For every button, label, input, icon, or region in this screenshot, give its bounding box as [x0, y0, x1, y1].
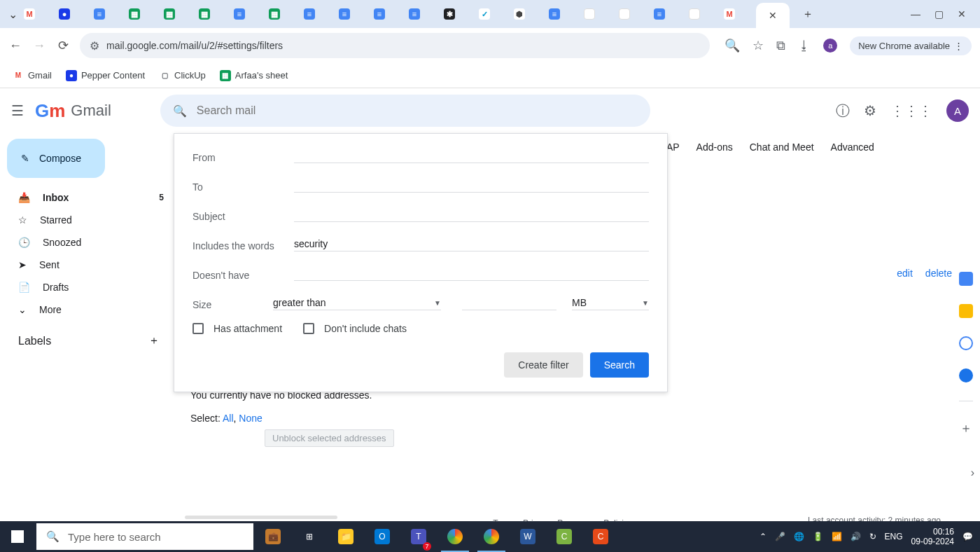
tray-globe-icon[interactable]: 🌐: [794, 532, 804, 541]
browser-tab[interactable]: M: [721, 3, 755, 25]
browser-tab[interactable]: [581, 3, 615, 25]
browser-tab[interactable]: ▦: [126, 3, 160, 25]
expand-panel-icon[interactable]: ›: [971, 467, 974, 479]
tabs-dropdown-icon[interactable]: ⌄: [6, 8, 20, 21]
url-input[interactable]: ⚙ mail.google.com/mail/u/2/#settings/fil…: [80, 33, 710, 58]
taskbar-pinned[interactable]: 💼: [255, 521, 291, 552]
browser-tab[interactable]: ✓: [476, 3, 510, 25]
filter-size-value-input[interactable]: [462, 296, 556, 310]
filter-delete-link[interactable]: delete: [925, 268, 952, 279]
contacts-icon[interactable]: [959, 368, 973, 382]
settings-tab[interactable]: Advanced: [831, 142, 874, 153]
taskbar-search[interactable]: 🔍Type here to search: [36, 523, 253, 550]
taskbar-word[interactable]: W: [510, 521, 546, 552]
compose-button[interactable]: ✎ Compose: [7, 139, 105, 178]
filter-size-unit-select[interactable]: MB▼: [572, 296, 649, 310]
bookmark-sheet[interactable]: ▦Arfaa's sheet: [220, 70, 288, 81]
taskbar-app[interactable]: C: [546, 521, 582, 552]
calendar-icon[interactable]: [959, 272, 973, 286]
bookmark-gmail[interactable]: MGmail: [13, 70, 52, 81]
tray-sync-icon[interactable]: ↻: [869, 532, 876, 541]
browser-tab[interactable]: ≡: [231, 3, 265, 25]
browser-tab[interactable]: ▦: [196, 3, 230, 25]
sidebar-item-more[interactable]: ⌄More: [0, 298, 174, 321]
sidebar-item-sent[interactable]: ➤Sent: [0, 254, 174, 276]
select-all-link[interactable]: All: [223, 413, 234, 424]
browser-tab[interactable]: ▦: [266, 3, 300, 25]
taskbar-chrome[interactable]: [437, 521, 473, 552]
browser-tab[interactable]: ⬢: [511, 3, 545, 25]
bookmark-star-icon[interactable]: ☆: [752, 38, 764, 53]
tray-mic-icon[interactable]: 🎤: [775, 532, 785, 541]
taskbar-taskview[interactable]: ⊞: [291, 521, 328, 552]
browser-tab[interactable]: ●: [56, 3, 90, 25]
gmail-logo[interactable]: Gm Gmail: [35, 100, 111, 122]
keep-icon[interactable]: [959, 304, 973, 318]
has-attachment-checkbox[interactable]: Has attachment: [192, 323, 282, 334]
bookmark-pepper[interactable]: ●Pepper Content: [66, 70, 145, 81]
apps-grid-icon[interactable]: ⋮⋮⋮: [890, 102, 932, 119]
browser-tab[interactable]: [686, 3, 720, 25]
search-box[interactable]: 🔍: [160, 95, 650, 127]
filter-from-input[interactable]: [294, 149, 649, 163]
create-filter-button[interactable]: Create filter: [504, 352, 582, 378]
taskbar-explorer[interactable]: 📁: [328, 521, 364, 552]
zoom-icon[interactable]: 🔍: [724, 38, 740, 53]
browser-tab[interactable]: ≡: [91, 3, 125, 25]
tray-battery-icon[interactable]: 🔋: [813, 532, 823, 541]
no-chats-checkbox[interactable]: Don't include chats: [303, 323, 407, 334]
start-button[interactable]: [0, 521, 35, 552]
back-icon[interactable]: ←: [8, 39, 22, 53]
taskbar-app[interactable]: C: [582, 521, 619, 552]
downloads-icon[interactable]: ⭳: [798, 39, 811, 53]
extensions-icon[interactable]: ⧉: [776, 39, 785, 53]
profile-icon[interactable]: a: [823, 39, 837, 53]
filter-subject-input[interactable]: [294, 207, 649, 222]
search-input[interactable]: [197, 104, 638, 117]
browser-tab[interactable]: ≡: [336, 3, 370, 25]
settings-tab[interactable]: Chat and Meet: [750, 142, 814, 153]
browser-tab[interactable]: ≡: [651, 3, 685, 25]
sidebar-item-drafts[interactable]: 📄Drafts: [0, 276, 174, 298]
add-addon-icon[interactable]: ＋: [960, 420, 972, 436]
bookmark-clickup[interactable]: ▢ClickUp: [159, 70, 206, 81]
sidebar-item-inbox[interactable]: 📥Inbox5: [0, 186, 174, 209]
help-icon[interactable]: ⓘ: [836, 102, 850, 120]
filter-size-op-select[interactable]: greater than▼: [273, 296, 441, 310]
notifications-icon[interactable]: 💬: [962, 532, 973, 541]
browser-tab-active[interactable]: ✕: [756, 3, 790, 28]
filter-to-input[interactable]: [294, 178, 649, 193]
tray-wifi-icon[interactable]: 📶: [832, 532, 842, 541]
reload-icon[interactable]: ⟳: [56, 38, 70, 53]
tasks-icon[interactable]: [959, 336, 973, 350]
filter-doesnt-input[interactable]: [294, 266, 649, 281]
tray-volume-icon[interactable]: 🔊: [850, 532, 861, 541]
search-icon[interactable]: 🔍: [173, 104, 187, 118]
taskbar-outlook[interactable]: O: [364, 521, 400, 552]
taskbar-chrome[interactable]: [473, 521, 510, 552]
browser-tab[interactable]: [616, 3, 650, 25]
taskbar-teams[interactable]: T7: [400, 521, 437, 552]
browser-tab[interactable]: ≡: [546, 3, 580, 25]
close-icon[interactable]: ✕: [769, 10, 777, 21]
sidebar-item-snoozed[interactable]: 🕒Snoozed: [0, 231, 174, 254]
filter-includes-input[interactable]: [294, 237, 649, 251]
new-tab-button[interactable]: ＋: [791, 3, 825, 25]
select-none-link[interactable]: None: [239, 413, 262, 424]
more-icon[interactable]: ⋮: [954, 41, 963, 51]
browser-tab[interactable]: M: [21, 3, 55, 25]
browser-tab[interactable]: ≡: [301, 3, 335, 25]
window-close-icon[interactable]: ✕: [958, 8, 966, 20]
settings-tab[interactable]: Add-ons: [696, 142, 733, 153]
filter-edit-link[interactable]: edit: [897, 268, 913, 279]
window-minimize-icon[interactable]: —: [911, 8, 920, 20]
site-info-icon[interactable]: ⚙: [90, 39, 99, 53]
browser-tab[interactable]: ▦: [161, 3, 195, 25]
sidebar-item-starred[interactable]: ☆Starred: [0, 209, 174, 231]
tray-chevron-icon[interactable]: ⌃: [760, 532, 766, 541]
window-maximize-icon[interactable]: ▢: [934, 8, 944, 20]
taskbar-clock[interactable]: 00:16 09-09-2024: [911, 527, 954, 547]
browser-tab[interactable]: ✱: [441, 3, 475, 25]
search-button[interactable]: Search: [590, 352, 649, 378]
hamburger-icon[interactable]: ☰: [11, 102, 24, 119]
